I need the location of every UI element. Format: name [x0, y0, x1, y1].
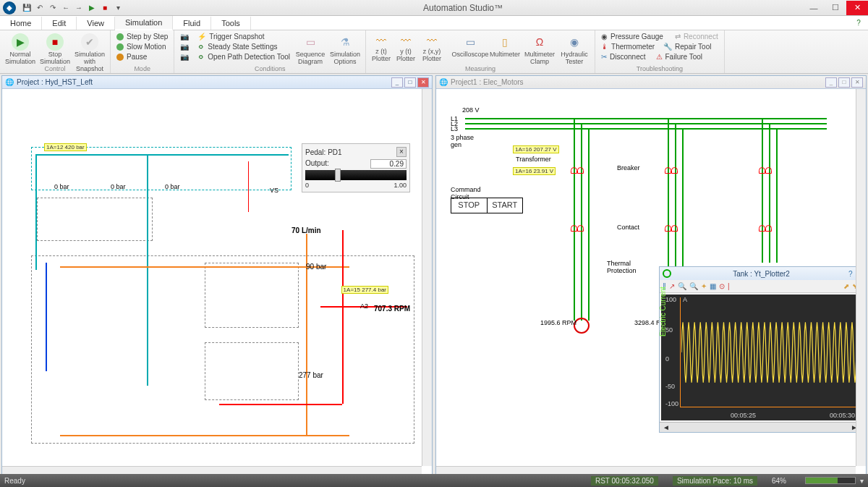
tab-simulation[interactable]: Simulation — [115, 16, 173, 30]
xtick-2: 00:05:30 — [830, 412, 855, 419]
breaker-contact — [571, 167, 584, 172]
title-bar: ◆ 💾 ↶ ↷ ← → ▶ ■ ▾ Automation Studio™ — ☐… — [0, 0, 868, 16]
plotter-cursor-icon[interactable]: ✦ — [701, 282, 707, 290]
normal-simulation-button[interactable]: ▶Normal Simulation — [4, 32, 36, 66]
plotter-ruler-icon[interactable]: | — [728, 282, 730, 290]
status-ready: Ready — [4, 477, 25, 485]
main-contact — [571, 225, 584, 230]
multimeter-clamp-button[interactable]: ΩMultimeter Clamp — [524, 32, 556, 66]
plotter-zoom-icon[interactable]: 🔍 — [678, 282, 686, 290]
pane-minimize-button[interactable]: _ — [391, 77, 403, 88]
left-pane-titlebar[interactable]: 🌐 Project : Hyd_HST_Left _ □ ✕ — [2, 76, 432, 89]
yt-plotter-button[interactable]: 〰y (t) Plotter — [395, 32, 417, 63]
play-icon[interactable]: ▶ — [87, 3, 97, 13]
plotter-power-icon[interactable] — [663, 269, 671, 278]
status-rst: RST 00:05:32.050 — [591, 476, 658, 486]
stop-button[interactable]: STOP — [451, 198, 487, 213]
pressure-readout: 90 bar — [306, 263, 326, 271]
steady-state-button[interactable]: ⭘Steady State Settings — [196, 42, 292, 51]
plotter-center-icon[interactable]: ⊙ — [719, 282, 725, 290]
tag-trans2: 1A=16 23.91 V — [513, 167, 556, 175]
plotter-chart[interactable]: Electric Current 100 50 0 -50 -100 A 00:… — [661, 295, 859, 420]
minimize-button[interactable]: — — [803, 1, 825, 15]
stop-simulation-button[interactable]: ■Stop Simulation — [39, 32, 71, 66]
tag-right: 1A=15 277.4 bar — [341, 286, 388, 294]
contact-label: Contact — [617, 224, 639, 231]
save-icon[interactable]: 💾 — [22, 3, 32, 13]
hydraulic-tester-button[interactable]: ◉Hydraulic Tester — [558, 32, 590, 66]
app-logo-icon: ◆ — [3, 1, 16, 14]
tab-edit[interactable]: Edit — [42, 17, 77, 30]
right-pane-title: Project1 : Elec_Motors — [451, 78, 524, 86]
start-button[interactable]: START — [487, 198, 523, 213]
pedal-close-button[interactable]: × — [396, 147, 407, 157]
tab-view[interactable]: View — [77, 17, 115, 30]
arrow-right-icon[interactable]: → — [74, 3, 84, 13]
pane-maximize-button[interactable]: □ — [838, 77, 850, 88]
workspace: 🌐 Project : Hyd_HST_Left _ □ ✕ — [0, 74, 868, 478]
l3-label: L3 — [451, 125, 458, 132]
plotter-help-icon[interactable]: ? — [848, 270, 853, 278]
plotter-export-icon[interactable]: ⬈ — [843, 282, 849, 290]
simulation-options-button[interactable]: ⚗Simulation Options — [329, 32, 361, 66]
pane-maximize-button[interactable]: □ — [404, 77, 416, 88]
snapshot-icon-2[interactable]: 📷 — [179, 42, 190, 51]
plotter-panel[interactable]: Tank : Yt_Plotter2 ? › ‖ ↗ 🔍 🔍 ✦ ▦ ⊙ | ⬈… — [659, 266, 861, 433]
right-pane: 🌐 Project1 : Elec_Motors _ □ ✕ — [435, 75, 867, 477]
multimeter-button[interactable]: ▯Multimeter — [489, 32, 521, 59]
qat-dropdown-icon[interactable]: ▾ — [113, 3, 123, 13]
thermometer-button[interactable]: 🌡Thermometer🔧Repair Tool — [600, 42, 720, 51]
pedal-slider-thumb[interactable] — [335, 169, 341, 182]
plotter-tool-icon[interactable]: ↗ — [669, 282, 675, 290]
right-canvas[interactable]: 208 V L1 L2 L3 3 phase gen Transformer B… — [436, 89, 866, 476]
zxy-plotter-button[interactable]: 〰z (x,y) Plotter — [420, 32, 444, 63]
ribbon-group-control: ▶Normal Simulation ■Stop Simulation ✔Sim… — [0, 30, 111, 73]
snapshot-icon-3[interactable]: 📷 — [179, 52, 190, 62]
status-pct: 64% — [772, 477, 786, 485]
close-button[interactable]: ✕ — [846, 1, 868, 15]
xtick-1: 00:05:25 — [731, 412, 756, 419]
plotter-waveform — [681, 297, 856, 407]
slow-motion-button[interactable]: Slow Motion — [115, 42, 169, 51]
left-scrollbar-v[interactable] — [422, 89, 432, 466]
snapshot-icon-1[interactable]: 📷 — [179, 32, 190, 41]
status-more-icon[interactable]: ▾ — [860, 477, 864, 485]
oscilloscope-button[interactable]: ▭Oscilloscope — [454, 32, 486, 59]
right-pane-titlebar[interactable]: 🌐 Project1 : Elec_Motors _ □ ✕ — [436, 76, 866, 89]
tab-tools[interactable]: Tools — [211, 17, 251, 30]
redo-icon[interactable]: ↷ — [48, 3, 58, 13]
plotter-grid-icon[interactable]: ▦ — [710, 282, 716, 290]
plotter-scrollbar[interactable]: ◄► — [660, 422, 861, 432]
vs-label: VS — [270, 187, 278, 194]
pause-button[interactable]: Pause — [115, 52, 169, 62]
tab-fluid[interactable]: Fluid — [173, 17, 211, 30]
stop-icon[interactable]: ■ — [100, 3, 110, 13]
step-by-step-button[interactable]: Step by Step — [115, 32, 169, 41]
disconnect-button[interactable]: ✂Disconnect⚠Failure Tool — [600, 52, 720, 62]
help-icon[interactable]: ? — [854, 18, 864, 28]
rpm1-label: 1995.6 RPM — [540, 319, 576, 326]
left-canvas[interactable]: 1A=12 420 bar 1A=15 277.4 bar 70 L/min 9… — [2, 89, 432, 476]
open-path-detection-button[interactable]: ⭘Open Path Detection Tool — [196, 52, 292, 62]
zoom-slider[interactable] — [805, 477, 856, 484]
pane-close-button[interactable]: ✕ — [851, 77, 863, 88]
tab-home[interactable]: Home — [0, 17, 42, 30]
pedal-output-value[interactable]: 0.29 — [370, 159, 407, 169]
pedal-slider[interactable] — [305, 170, 407, 180]
pane-minimize-button[interactable]: _ — [825, 77, 837, 88]
ribbon-group-conditions: 📷 📷 📷 ⚡Trigger Snapshot ⭘Steady State Se… — [174, 30, 366, 73]
document-icon: 🌐 — [5, 78, 14, 86]
maximize-button[interactable]: ☐ — [825, 1, 846, 15]
undo-icon[interactable]: ↶ — [35, 3, 45, 13]
pressure-gauge-button[interactable]: ◉Pressure Gauge⇄Reconnect — [600, 32, 720, 41]
zt-plotter-button[interactable]: 〰z (t) Plotter — [370, 32, 392, 63]
plotter-zoomout-icon[interactable]: 🔍 — [689, 282, 698, 290]
pedal-output-label: Output: — [305, 159, 329, 169]
pedal-panel[interactable]: Pedal: PD1× Output:0.29 01.00 — [302, 143, 410, 192]
rpm-readout: 707.3 RPM — [374, 305, 410, 313]
sequence-diagram-button[interactable]: ▭Sequence Diagram — [294, 32, 326, 66]
arrow-left-icon[interactable]: ← — [61, 3, 71, 13]
pane-close-button[interactable]: ✕ — [417, 77, 429, 88]
trigger-snapshot-button[interactable]: ⚡Trigger Snapshot — [196, 32, 292, 41]
right-scrollbar-v[interactable] — [856, 89, 866, 466]
